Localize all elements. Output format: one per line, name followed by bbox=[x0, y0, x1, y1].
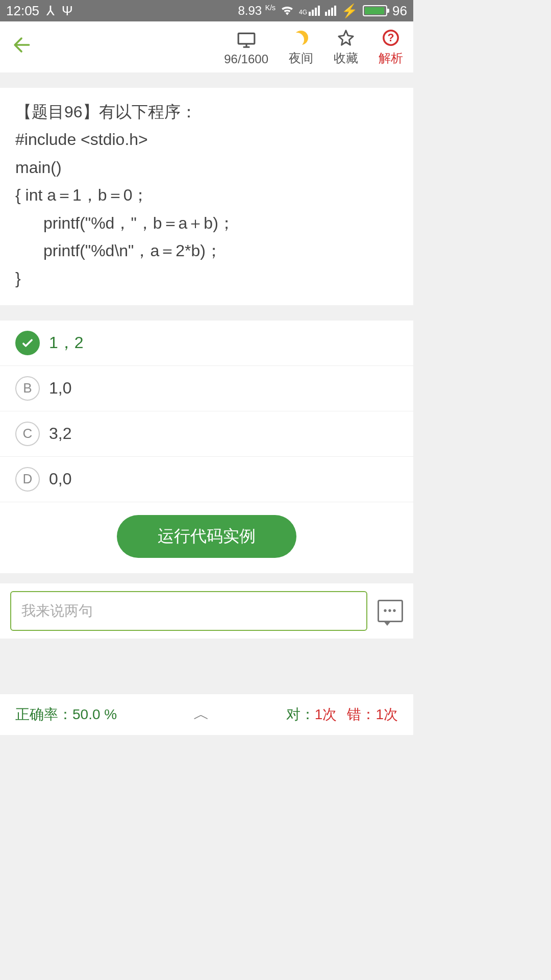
monitor-icon bbox=[237, 30, 256, 50]
svg-text:?: ? bbox=[388, 32, 394, 44]
answer-list: 1，2 B 1,0 C 3,2 D 0,0 运行代码实例 bbox=[0, 321, 413, 573]
chevron-up-icon: ︿ bbox=[193, 703, 210, 726]
status-time: 12:05 bbox=[6, 3, 39, 19]
progress-indicator[interactable]: 96/1600 bbox=[224, 28, 268, 66]
comment-icon[interactable]: ••• bbox=[378, 600, 403, 622]
charging-icon: ⚡ bbox=[341, 3, 358, 19]
answer-option-d[interactable]: D 0,0 bbox=[0, 457, 413, 502]
answer-option-a[interactable]: 1，2 bbox=[0, 321, 413, 366]
code-line: printf("%d，"，b＝a＋b)； bbox=[15, 209, 398, 237]
question-circle-icon: ? bbox=[382, 28, 399, 48]
check-icon bbox=[15, 331, 40, 355]
answer-letter: D bbox=[15, 467, 40, 492]
answer-text: 3,2 bbox=[49, 424, 71, 443]
question-panel: 【题目96】有以下程序： #include <stdio.h> main() {… bbox=[0, 88, 413, 305]
accuracy-rate: 正确率：50.0 % bbox=[15, 705, 117, 724]
code-line: printf("%d\n"，a＝2*b)； bbox=[15, 237, 398, 264]
answer-letter: C bbox=[15, 422, 40, 446]
code-line: #include <stdio.h> bbox=[15, 126, 398, 153]
answer-text: 0,0 bbox=[49, 470, 71, 488]
wifi-icon bbox=[281, 3, 294, 19]
comment-input[interactable]: 我来说两句 bbox=[10, 591, 367, 631]
usb-icon: Ψ bbox=[62, 3, 73, 19]
correct-count: 对：1次 bbox=[286, 705, 337, 724]
stats-bar[interactable]: 正确率：50.0 % ︿ 对：1次 错：1次 bbox=[0, 694, 413, 735]
analysis-button[interactable]: ? 解析 bbox=[379, 28, 403, 66]
wrong-count: 错：1次 bbox=[347, 705, 398, 724]
battery-icon bbox=[363, 5, 387, 16]
answer-text: 1,0 bbox=[49, 379, 71, 398]
run-code-button[interactable]: 运行代码实例 bbox=[117, 515, 296, 558]
answer-option-c[interactable]: C 3,2 bbox=[0, 411, 413, 457]
signal-icon bbox=[325, 6, 336, 16]
answer-option-b[interactable]: B 1,0 bbox=[0, 366, 413, 411]
comment-bar: 我来说两句 ••• bbox=[0, 583, 413, 639]
icon-tripod: ⅄ bbox=[46, 3, 55, 19]
star-icon bbox=[337, 28, 355, 48]
favorite-button[interactable]: 收藏 bbox=[334, 28, 358, 66]
answer-letter: B bbox=[15, 376, 40, 401]
code-line: } bbox=[15, 264, 398, 292]
network-speed: 8.93 K/s bbox=[238, 4, 276, 18]
battery-percent: 96 bbox=[392, 3, 407, 19]
moon-icon bbox=[294, 28, 308, 48]
status-bar: 12:05 ⅄ Ψ 8.93 K/s 4G ⚡ 96 bbox=[0, 0, 413, 21]
answer-text: 1，2 bbox=[49, 332, 84, 354]
back-button[interactable] bbox=[10, 34, 33, 61]
night-mode-button[interactable]: 夜间 bbox=[289, 28, 313, 66]
question-title: 【题目96】有以下程序： bbox=[15, 98, 398, 126]
app-header: 96/1600 夜间 收藏 ? 解析 bbox=[0, 21, 413, 72]
signal-4g-icon: 4G bbox=[299, 6, 320, 16]
code-line: { int a＝1，b＝0； bbox=[15, 181, 398, 209]
code-line: main() bbox=[15, 154, 398, 181]
svg-rect-0 bbox=[238, 33, 255, 44]
